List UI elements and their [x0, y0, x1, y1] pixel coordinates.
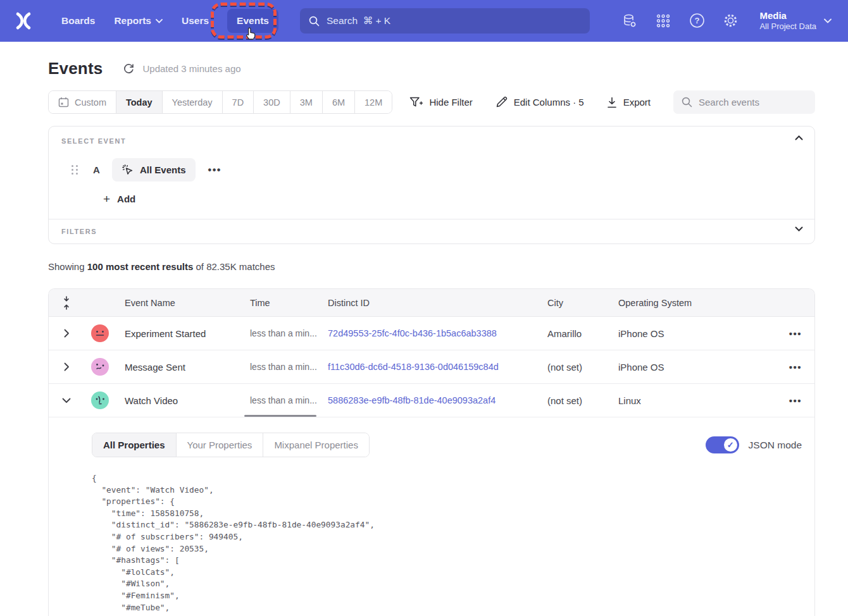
json-mode-label: JSON mode [749, 440, 802, 451]
hide-filter-button[interactable]: Hide Filter [409, 97, 472, 108]
filters-section[interactable]: FILTERS [49, 219, 814, 243]
date-range-selector: Custom Today Yesterday 7D 30D 3M 6M 12M [48, 90, 392, 114]
event-os: iPhone OS [609, 362, 776, 373]
date-range-6m[interactable]: 6M [322, 91, 354, 113]
settings-icon[interactable] [722, 13, 739, 29]
select-event-section: SELECT EVENT A All Events [49, 126, 814, 219]
data-management-icon[interactable] [621, 13, 638, 29]
pencil-icon [496, 96, 508, 108]
column-header-os[interactable]: Operating System [609, 298, 776, 308]
distinct-id-link[interactable]: 5886283e-e9fb-48fb-81de-40e9093a2af4 [328, 395, 496, 405]
nav-item-users[interactable]: Users [172, 9, 218, 33]
column-header-event-name[interactable]: Event Name [116, 298, 242, 308]
table-header-row: Event Name Time Distinct ID City Operati… [49, 289, 814, 317]
expand-row-icon[interactable] [49, 329, 84, 338]
tab-mixpanel-properties[interactable]: Mixpanel Properties [263, 433, 369, 457]
json-mode-toggle[interactable]: ✓ [706, 436, 739, 453]
date-range-7d[interactable]: 7D [222, 91, 254, 113]
table-row[interactable]: Message Sent less than a min... f11c30d6… [49, 350, 814, 384]
table-row-expanded[interactable]: Watch Video less than a min... 5886283e-… [49, 384, 814, 417]
plus-icon: + [103, 193, 110, 205]
help-icon[interactable]: ? [689, 13, 705, 29]
chevron-down-icon [156, 19, 163, 23]
event-avatar [91, 358, 109, 376]
mixpanel-logo-icon[interactable] [13, 10, 34, 32]
event-time: less than a min... [242, 362, 321, 372]
horizontal-scrollbar[interactable] [244, 415, 316, 417]
event-avatar [91, 391, 109, 409]
expand-row-icon[interactable] [49, 362, 84, 371]
date-range-today[interactable]: Today [116, 91, 162, 113]
refresh-icon[interactable] [123, 63, 135, 75]
tab-all-properties[interactable]: All Properties [92, 433, 176, 457]
page-title: Events [48, 59, 103, 78]
search-events[interactable] [673, 90, 815, 114]
page-header: Events Updated 3 minutes ago [48, 59, 815, 78]
calendar-icon [58, 97, 69, 108]
table-row[interactable]: Experiment Started less than a min... 72… [49, 317, 814, 350]
query-builder-card: SELECT EVENT A All Events [48, 126, 815, 244]
project-switcher[interactable]: Media All Project Data [759, 9, 832, 32]
events-page: Events Updated 3 minutes ago Custom [0, 59, 848, 616]
row-actions-button[interactable]: ••• [776, 362, 814, 373]
event-city: (not set) [539, 395, 609, 406]
distinct-id-link[interactable]: 72d49553-25fc-4f0c-b436-1b5ac6ab3388 [328, 328, 497, 338]
tab-your-properties[interactable]: Your Properties [176, 433, 263, 457]
toggle-check-icon: ✓ [724, 438, 737, 452]
event-more-button[interactable]: ••• [204, 162, 225, 178]
date-range-yesterday[interactable]: Yesterday [162, 91, 222, 113]
row-actions-button[interactable]: ••• [776, 328, 814, 339]
row-actions-button[interactable]: ••• [776, 395, 814, 406]
event-chip-label: All Events [140, 164, 186, 175]
global-search-input[interactable] [327, 15, 581, 27]
column-header-time[interactable]: Time [242, 298, 321, 308]
top-navbar: Boards Reports Users Events [0, 0, 848, 42]
date-range-12m[interactable]: 12M [354, 91, 392, 113]
svg-text:?: ? [694, 16, 699, 26]
event-avatar [91, 324, 109, 342]
table-tools: Hide Filter Edit Columns · 5 [409, 90, 815, 114]
distinct-id-link[interactable]: f11c30d6-dc6d-4518-9136-0d046159c84d [328, 362, 499, 372]
expand-section-icon[interactable] [795, 226, 803, 231]
event-time: less than a min... [242, 328, 321, 338]
event-city: (not set) [539, 362, 609, 373]
project-name: Media [759, 9, 816, 22]
event-os: Linux [609, 395, 776, 406]
column-header-city[interactable]: City [539, 298, 609, 308]
magic-cursor-icon [122, 164, 134, 176]
date-range-custom[interactable]: Custom [49, 91, 116, 113]
event-json-viewer[interactable]: { "event": "Watch Video", "properties": … [92, 472, 802, 616]
event-clause-row: A All Events ••• [61, 158, 802, 182]
properties-tabs: All Properties Your Properties Mixpanel … [92, 433, 370, 457]
apps-grid-icon[interactable] [655, 13, 671, 29]
collapse-section-icon[interactable] [795, 135, 803, 140]
search-events-input[interactable] [699, 97, 807, 108]
column-header-distinct-id[interactable]: Distinct ID [321, 298, 539, 308]
event-os: iPhone OS [609, 328, 776, 339]
date-range-30d[interactable]: 30D [253, 91, 290, 113]
select-event-label: SELECT EVENT [61, 137, 802, 145]
event-time: less than a min... [242, 395, 321, 405]
events-table: Event Name Time Distinct ID City Operati… [48, 288, 815, 616]
nav-item-events[interactable]: Events [227, 9, 278, 33]
event-name: Watch Video [116, 395, 242, 406]
drag-handle[interactable] [72, 165, 80, 175]
controls-row: Custom Today Yesterday 7D 30D 3M 6M 12M … [48, 90, 815, 114]
collapse-all-rows-icon[interactable] [49, 296, 84, 310]
filters-label: FILTERS [61, 228, 802, 235]
search-icon [309, 16, 320, 27]
funnel-plus-icon [409, 97, 423, 108]
export-button[interactable]: Export [607, 97, 651, 108]
chevron-down-icon [824, 18, 832, 23]
navbar-right: ? Media All Project Data [621, 9, 832, 32]
project-scope: All Project Data [759, 22, 816, 32]
collapse-row-icon[interactable] [49, 397, 84, 403]
nav-item-reports[interactable]: Reports [104, 9, 172, 33]
event-selector-chip[interactable]: All Events [112, 158, 196, 182]
nav-item-boards[interactable]: Boards [52, 9, 104, 33]
add-event-button[interactable]: + Add [103, 193, 802, 205]
date-range-3m[interactable]: 3M [290, 91, 322, 113]
edit-columns-button[interactable]: Edit Columns · 5 [496, 96, 584, 108]
global-search[interactable] [300, 8, 590, 34]
download-icon [607, 97, 617, 108]
